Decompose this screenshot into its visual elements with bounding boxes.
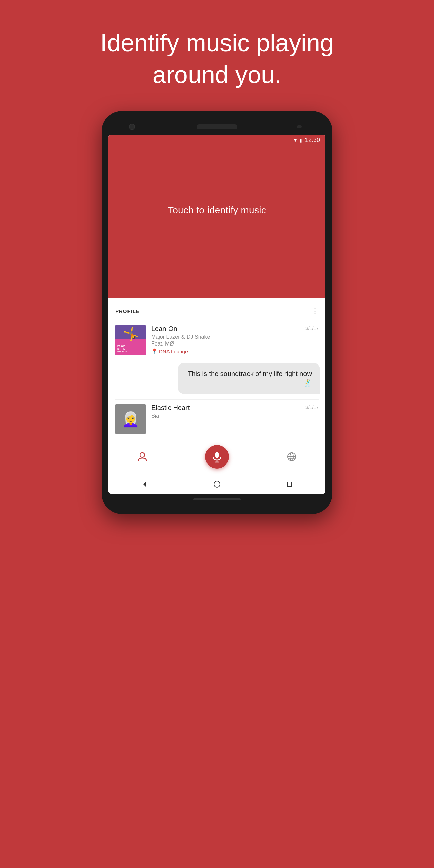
svg-point-0 <box>140 453 145 457</box>
identify-button[interactable]: Touch to identify music <box>108 146 326 275</box>
elastic-heart-song-info: Elastic Heart Sia <box>151 404 300 420</box>
elastic-heart-title: Elastic Heart <box>151 404 300 412</box>
front-camera <box>129 124 135 130</box>
elastic-heart-date: 3/1/17 <box>305 405 319 410</box>
home-button[interactable] <box>212 479 222 489</box>
chat-bubble: This is the soundtrack of my life right … <box>178 363 320 394</box>
nav-profile-button[interactable] <box>137 451 148 462</box>
globe-icon <box>286 451 297 462</box>
elastic-heart-meta: 3/1/17 <box>305 404 319 410</box>
more-options-button[interactable]: ⋮ <box>311 307 319 315</box>
red-separator-band <box>108 275 326 298</box>
elastic-heart-album-art: 👩‍🦳 <box>115 404 146 434</box>
lean-on-meta: 3/1/17 <box>305 325 319 331</box>
chat-bubble-container: This is the soundtrack of my life right … <box>108 360 326 399</box>
recents-icon <box>285 480 293 488</box>
phone-screen: ▾ ▮ 12:30 Touch to identify music PROFIL… <box>108 135 326 494</box>
phone-shell: ▾ ▮ 12:30 Touch to identify music PROFIL… <box>102 111 332 514</box>
nav-discover-button[interactable] <box>286 451 297 462</box>
svg-marker-9 <box>143 481 146 487</box>
system-navigation <box>108 475 326 494</box>
lean-on-feat: Feat. MØ <box>151 341 300 347</box>
svg-point-10 <box>214 481 220 487</box>
lean-on-date: 3/1/17 <box>305 326 319 331</box>
status-bar: ▾ ▮ 12:30 <box>108 135 326 146</box>
profile-label: PROFILE <box>115 308 140 314</box>
home-indicator <box>193 498 241 500</box>
phone-bottom-bar <box>108 494 326 500</box>
phone-top-bar <box>108 121 326 135</box>
status-time: 12:30 <box>305 137 320 144</box>
elastic-heart-artist: Sia <box>151 413 300 419</box>
wifi-icon: ▾ <box>294 137 297 143</box>
profile-icon <box>137 451 148 462</box>
lean-on-location: 📍 DNA Lounge <box>151 348 300 354</box>
svg-rect-11 <box>287 482 291 486</box>
song-item-elastic-heart[interactable]: 👩‍🦳 Elastic Heart Sia 3/1/17 <box>108 400 326 439</box>
back-icon <box>141 480 149 488</box>
front-sensor <box>297 125 302 128</box>
lean-on-artist: Major Lazer & DJ Snake <box>151 334 300 340</box>
profile-header: PROFILE ⋮ <box>108 298 326 321</box>
mic-fab-button[interactable] <box>205 445 229 469</box>
lean-on-song-info: Lean On Major Lazer & DJ Snake Feat. MØ … <box>151 325 300 354</box>
home-icon <box>213 480 221 488</box>
chat-bubble-text: This is the soundtrack of my life right … <box>188 370 312 387</box>
recents-button[interactable] <box>284 479 294 489</box>
identify-label: Touch to identify music <box>168 205 266 216</box>
lean-on-title: Lean On <box>151 325 300 333</box>
lean-on-album-art: 🤸 PEACEIS THEMISSION <box>115 325 146 355</box>
microphone-icon <box>211 451 223 463</box>
bottom-navigation <box>108 439 326 475</box>
location-pin-icon: 📍 <box>151 348 158 354</box>
phone-speaker <box>197 124 237 129</box>
battery-icon: ▮ <box>299 138 302 143</box>
svg-rect-1 <box>215 452 219 458</box>
back-button[interactable] <box>140 479 150 489</box>
hero-tagline: Identify music playing around you. <box>98 27 336 91</box>
profile-section: PROFILE ⋮ 🤸 PEACEIS THEMISSION Lean On M… <box>108 298 326 494</box>
song-item-lean-on[interactable]: 🤸 PEACEIS THEMISSION Lean On Major Lazer… <box>108 321 326 360</box>
status-icons: ▾ ▮ 12:30 <box>294 137 320 144</box>
lean-on-venue: DNA Lounge <box>159 349 188 354</box>
